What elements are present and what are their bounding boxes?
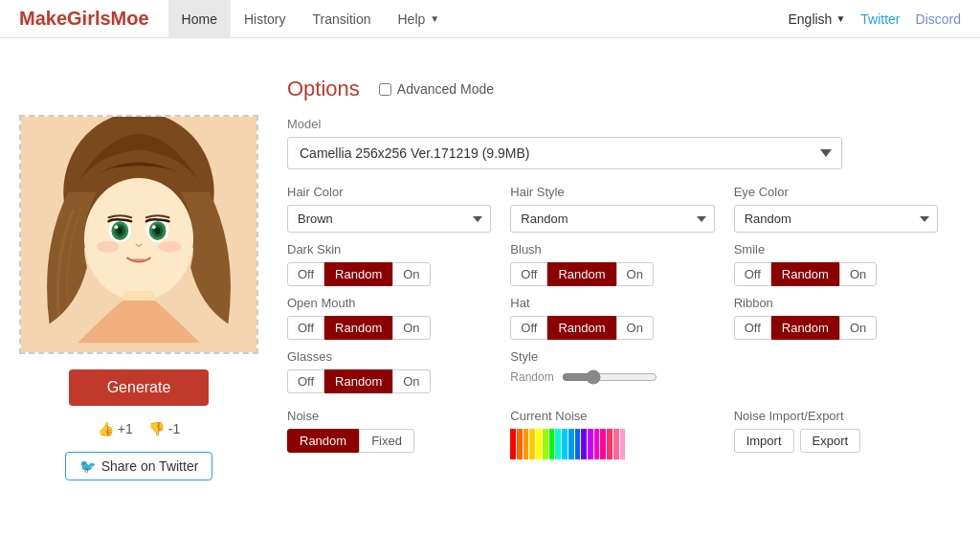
language-selector[interactable]: English ▼ (788, 11, 845, 27)
hair-style-select[interactable]: RandomShortLongTwintailsPonytailBraid (510, 205, 714, 233)
noise-section: Noise Random Fixed Current Noise Noise I… (287, 409, 938, 459)
advanced-mode-toggle[interactable]: Advanced Mode (379, 81, 494, 97)
nav-transition[interactable]: Transition (300, 0, 385, 38)
vote-row: 👍 +1 👎 -1 (98, 421, 180, 436)
right-panel: Options Advanced Mode Model Camellia 256… (287, 57, 961, 539)
hat-toggle: Off Random On (510, 316, 714, 340)
style-slider[interactable] (562, 369, 657, 385)
noise-group: Noise Random Fixed (287, 409, 491, 459)
import-export-buttons: Import Export (734, 429, 938, 453)
noise-label: Noise (287, 409, 491, 423)
hat-off-btn[interactable]: Off (510, 316, 547, 340)
blush-on-btn[interactable]: On (616, 262, 654, 286)
discord-link[interactable]: Discord (916, 11, 961, 27)
blush-group: Blush Off Random On (510, 242, 714, 286)
nav-help[interactable]: Help ▼ (384, 0, 453, 38)
noise-fixed-btn[interactable]: Fixed (359, 429, 414, 453)
svg-point-2 (84, 178, 193, 301)
dark-skin-random-btn[interactable]: Random (324, 262, 392, 286)
advanced-mode-checkbox[interactable] (379, 83, 391, 96)
generate-button[interactable]: Generate (69, 369, 210, 406)
left-panel: Generate 👍 +1 👎 -1 🐦 Share on Twitter (19, 57, 258, 539)
smile-on-btn[interactable]: On (839, 262, 877, 286)
style-row: Random (510, 369, 714, 385)
dark-skin-toggle: Off Random On (287, 262, 491, 286)
import-button[interactable]: Import (734, 429, 794, 453)
smile-random-btn[interactable]: Random (771, 262, 839, 286)
open-mouth-group: Open Mouth Off Random On (287, 296, 491, 340)
noise-stripe (588, 429, 593, 459)
noise-stripe (600, 429, 606, 459)
style-group: Style Random (510, 349, 714, 393)
glasses-random-btn[interactable]: Random (324, 369, 392, 393)
ribbon-on-btn[interactable]: On (839, 316, 877, 340)
noise-stripe (607, 429, 612, 459)
noise-stripe (543, 429, 548, 459)
noise-stripe (510, 429, 516, 459)
hat-on-btn[interactable]: On (616, 316, 654, 340)
open-mouth-off-btn[interactable]: Off (287, 316, 324, 340)
share-twitter-button[interactable]: 🐦 Share on Twitter (65, 452, 213, 480)
hat-group: Hat Off Random On (510, 296, 714, 340)
nav-home[interactable]: Home (168, 0, 231, 38)
ribbon-label: Ribbon (734, 296, 938, 310)
svg-point-11 (114, 225, 118, 229)
smile-off-btn[interactable]: Off (734, 262, 771, 286)
noise-stripe (555, 429, 561, 459)
eye-color-label: Eye Color (734, 185, 938, 199)
svg-point-13 (97, 241, 120, 253)
noise-import-export-group: Noise Import/Export Import Export (734, 409, 938, 459)
twitter-link[interactable]: Twitter (860, 11, 900, 27)
ribbon-off-btn[interactable]: Off (734, 316, 771, 340)
dark-skin-off-btn[interactable]: Off (287, 262, 324, 286)
dark-skin-group: Dark Skin Off Random On (287, 242, 491, 286)
noise-stripe (575, 429, 581, 459)
model-label: Model (287, 117, 961, 131)
svg-point-9 (117, 227, 122, 234)
noise-stripe (549, 429, 555, 459)
svg-point-12 (152, 225, 156, 229)
downvote-button[interactable]: 👎 -1 (148, 421, 180, 436)
hat-label: Hat (510, 296, 714, 310)
hair-color-group: Hair Color RandomBlondeBrownBlackBluePin… (287, 185, 491, 233)
noise-import-export-label: Noise Import/Export (734, 409, 938, 423)
nav-history[interactable]: History (231, 0, 300, 38)
logo[interactable]: MakeGirlsMoe (19, 8, 149, 30)
glasses-on-btn[interactable]: On (392, 369, 430, 393)
eye-color-select[interactable]: RandomBlueBrownGreenPurpleRedYellowAquaB… (734, 205, 938, 233)
row-dropdowns: Hair Color RandomBlondeBrownBlackBluePin… (287, 185, 938, 233)
upvote-button[interactable]: 👍 +1 (98, 421, 133, 436)
nav-links: Home History Transition Help ▼ (168, 0, 789, 38)
glasses-group: Glasses Off Random On (287, 349, 491, 393)
noise-stripe (562, 429, 568, 459)
noise-toggle: Random Fixed (287, 429, 491, 453)
twitter-icon: 🐦 (79, 458, 96, 474)
dark-skin-label: Dark Skin (287, 242, 491, 257)
open-mouth-on-btn[interactable]: On (392, 316, 430, 340)
ribbon-random-btn[interactable]: Random (771, 316, 839, 340)
noise-stripe (620, 429, 626, 459)
blush-toggle: Off Random On (510, 262, 714, 286)
noise-stripe (613, 429, 619, 459)
chevron-down-icon: ▼ (430, 13, 439, 24)
current-noise-group: Current Noise (510, 409, 714, 459)
blush-off-btn[interactable]: Off (510, 262, 547, 286)
hair-color-select[interactable]: RandomBlondeBrownBlackBluePinkPurpleRedS… (287, 205, 491, 233)
svg-point-14 (159, 241, 182, 253)
open-mouth-random-btn[interactable]: Random (324, 316, 392, 340)
chevron-down-icon: ▼ (835, 13, 845, 24)
blush-random-btn[interactable]: Random (547, 262, 615, 286)
open-mouth-label: Open Mouth (287, 296, 491, 310)
model-select[interactable]: Camellia 256x256 Ver.171219 (9.9MB) (287, 137, 842, 169)
dark-skin-on-btn[interactable]: On (392, 262, 430, 286)
export-button[interactable]: Export (800, 429, 861, 453)
noise-stripe (529, 429, 535, 459)
smile-toggle: Off Random On (734, 262, 938, 286)
hair-style-label: Hair Style (510, 185, 714, 199)
hat-random-btn[interactable]: Random (547, 316, 615, 340)
noise-random-btn[interactable]: Random (287, 429, 359, 453)
glasses-off-btn[interactable]: Off (287, 369, 324, 393)
ribbon-group: Ribbon Off Random On (734, 296, 938, 340)
thumbs-up-icon: 👍 (98, 421, 114, 436)
current-noise-label: Current Noise (510, 409, 714, 423)
